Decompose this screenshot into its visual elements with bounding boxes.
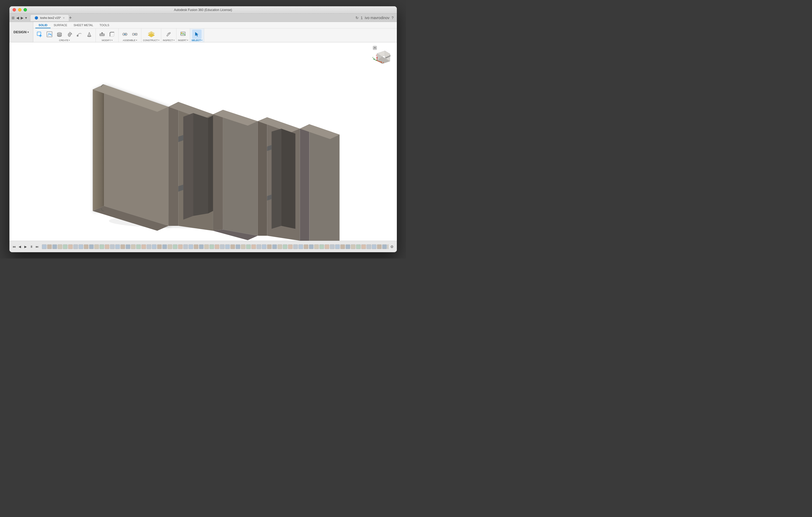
design-button[interactable]: DESIGN ▾ bbox=[9, 22, 33, 42]
timeline-item[interactable] bbox=[209, 244, 214, 249]
timeline-item[interactable] bbox=[110, 244, 115, 249]
timeline-item[interactable] bbox=[293, 244, 298, 249]
timeline-item[interactable] bbox=[319, 244, 324, 249]
new-component-button[interactable] bbox=[35, 30, 44, 39]
timeline-item[interactable] bbox=[188, 244, 193, 249]
timeline-item[interactable] bbox=[330, 244, 335, 249]
timeline-item[interactable] bbox=[278, 244, 282, 249]
step-back-button[interactable]: ◀ bbox=[17, 244, 23, 249]
create-sketch-button[interactable] bbox=[45, 30, 54, 39]
pause-button[interactable]: ⏸ bbox=[29, 244, 34, 249]
view-cube[interactable]: RIGHT Z X Y bbox=[372, 45, 393, 66]
timeline-item[interactable] bbox=[372, 244, 376, 249]
select-label-row[interactable]: SELECT ▾ bbox=[192, 39, 203, 41]
select-button[interactable] bbox=[192, 30, 202, 39]
timeline-item[interactable] bbox=[79, 244, 83, 249]
timeline-settings-button[interactable]: ⚙ bbox=[389, 244, 395, 249]
tab-tools[interactable]: TOOLS bbox=[96, 23, 112, 28]
insert-image-button[interactable] bbox=[178, 30, 188, 39]
timeline-item[interactable] bbox=[246, 244, 251, 249]
timeline-item[interactable] bbox=[215, 244, 220, 249]
tab-surface[interactable]: SURFACE bbox=[51, 23, 70, 28]
timeline-item[interactable] bbox=[168, 244, 172, 249]
timeline-item[interactable] bbox=[47, 244, 52, 249]
timeline-item[interactable] bbox=[272, 244, 277, 249]
timeline-item[interactable] bbox=[387, 244, 388, 249]
create-label-row[interactable]: CREATE ▾ bbox=[59, 39, 70, 41]
tab-close-button[interactable]: × bbox=[63, 16, 64, 19]
assemble-label-row[interactable]: ASSEMBLE ▾ bbox=[123, 39, 137, 41]
timeline-item[interactable] bbox=[251, 244, 256, 249]
press-pull-button[interactable] bbox=[97, 30, 107, 39]
timeline-item[interactable] bbox=[283, 244, 287, 249]
construct-label-row[interactable]: CONSTRUCT ▾ bbox=[143, 39, 160, 41]
offset-plane-button[interactable] bbox=[147, 30, 156, 39]
help-icon[interactable]: ? bbox=[392, 16, 394, 20]
timeline-item[interactable] bbox=[147, 244, 151, 249]
nav-dropdown-icon[interactable]: ▾ bbox=[25, 16, 27, 20]
timeline-item[interactable] bbox=[152, 244, 156, 249]
tab-sheet-metal[interactable]: SHEET METAL bbox=[70, 23, 96, 28]
loft-button[interactable] bbox=[85, 30, 94, 39]
user-name[interactable]: ivo mavrodinov bbox=[365, 16, 389, 20]
timeline-item[interactable] bbox=[105, 244, 109, 249]
active-tab[interactable]: 🔵 tosho box2 v15* × bbox=[30, 14, 69, 21]
timeline-item[interactable] bbox=[199, 244, 204, 249]
insert-label-row[interactable]: INSERT ▾ bbox=[178, 39, 188, 41]
timeline-item[interactable] bbox=[63, 244, 67, 249]
close-button[interactable] bbox=[12, 8, 16, 11]
fillet-button[interactable] bbox=[107, 30, 117, 39]
timeline-item[interactable] bbox=[262, 244, 266, 249]
measure-button[interactable] bbox=[164, 30, 173, 39]
timeline-item[interactable] bbox=[325, 244, 329, 249]
nav-forward-icon[interactable]: ▶ bbox=[21, 16, 24, 20]
skip-to-end-button[interactable]: ⏭ bbox=[34, 244, 40, 249]
timeline-item[interactable] bbox=[94, 244, 99, 249]
timeline-item[interactable] bbox=[361, 244, 366, 249]
timeline-item[interactable] bbox=[236, 244, 240, 249]
timeline-item[interactable] bbox=[377, 244, 382, 249]
refresh-icon[interactable]: ↻ bbox=[355, 16, 358, 20]
maximize-button[interactable] bbox=[24, 8, 27, 11]
timeline-item[interactable] bbox=[309, 244, 314, 249]
timeline-item[interactable] bbox=[303, 244, 308, 249]
viewport[interactable]: RIGHT Z X Y bbox=[9, 42, 397, 241]
timeline-item[interactable] bbox=[183, 244, 188, 249]
timeline-item[interactable] bbox=[84, 244, 88, 249]
timeline-item[interactable] bbox=[230, 244, 235, 249]
timeline-item[interactable] bbox=[68, 244, 73, 249]
timeline-item[interactable] bbox=[52, 244, 57, 249]
joint-button[interactable] bbox=[120, 30, 129, 39]
modify-label-row[interactable]: MODIFY ▾ bbox=[102, 39, 113, 41]
timeline-item[interactable] bbox=[340, 244, 345, 249]
timeline-item[interactable] bbox=[267, 244, 272, 249]
timeline-item[interactable] bbox=[356, 244, 361, 249]
timeline-item[interactable] bbox=[89, 244, 94, 249]
timeline-item[interactable] bbox=[298, 244, 303, 249]
timeline-item[interactable] bbox=[346, 244, 350, 249]
as-built-joint-button[interactable] bbox=[130, 30, 140, 39]
timeline-item[interactable] bbox=[115, 244, 120, 249]
timeline-item[interactable] bbox=[257, 244, 261, 249]
tab-solid[interactable]: SOLID bbox=[35, 23, 51, 28]
timeline-item[interactable] bbox=[194, 244, 198, 249]
new-tab-button[interactable]: + bbox=[69, 16, 72, 20]
timeline-item[interactable] bbox=[351, 244, 355, 249]
timeline-item[interactable] bbox=[141, 244, 146, 249]
timeline-item[interactable] bbox=[173, 244, 177, 249]
timeline-item[interactable] bbox=[382, 244, 387, 249]
extrude-button[interactable] bbox=[55, 30, 64, 39]
timeline-item[interactable] bbox=[335, 244, 340, 249]
revolve-button[interactable] bbox=[65, 30, 74, 39]
timeline-item[interactable] bbox=[120, 244, 125, 249]
timeline-item[interactable] bbox=[162, 244, 167, 249]
timeline-item[interactable] bbox=[42, 244, 47, 249]
nav-back-icon[interactable]: ◀ bbox=[16, 16, 19, 20]
apps-icon[interactable]: ⊞ bbox=[11, 16, 14, 20]
inspect-label-row[interactable]: INSPECT ▾ bbox=[163, 39, 175, 41]
timeline-item[interactable] bbox=[73, 244, 78, 249]
timeline-item[interactable] bbox=[204, 244, 209, 249]
timeline-item[interactable] bbox=[126, 244, 130, 249]
timeline-item[interactable] bbox=[220, 244, 225, 249]
timeline-item[interactable] bbox=[58, 244, 62, 249]
